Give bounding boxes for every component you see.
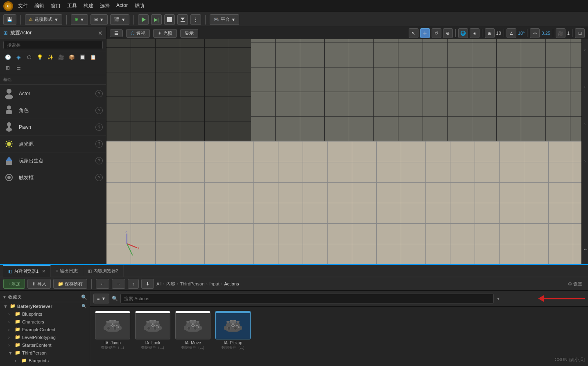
recent-icon[interactable]: 🕐 bbox=[3, 53, 12, 62]
trigger-help-button[interactable]: ? bbox=[95, 174, 103, 181]
tab-content-browser-1[interactable]: ◧ 内容浏览器1 ✕ bbox=[3, 265, 51, 277]
ue-logo-icon[interactable]: U bbox=[3, 1, 13, 11]
battery-search-icon[interactable]: 🔍 bbox=[81, 304, 86, 308]
stop-button[interactable] bbox=[164, 14, 175, 25]
cinematics-cat-icon[interactable]: 🎥 bbox=[57, 53, 66, 62]
geometry-icon[interactable]: 📦 bbox=[67, 53, 76, 62]
rotation-snap-icon[interactable]: ∠ bbox=[507, 28, 516, 38]
bc-input[interactable]: Input bbox=[209, 281, 219, 286]
close-button[interactable]: ✕ bbox=[98, 30, 103, 36]
actor-help-button[interactable]: ? bbox=[95, 90, 103, 97]
pawn-help-button[interactable]: ? bbox=[95, 123, 103, 131]
collapse-right-3[interactable]: › bbox=[584, 122, 586, 126]
menu-build[interactable]: 构建 bbox=[84, 2, 93, 9]
translate-tool-icon[interactable]: ✛ bbox=[420, 28, 430, 38]
all-classes-icon[interactable]: ◉ bbox=[14, 53, 23, 62]
cinematics-button[interactable]: 🎬 ▼ bbox=[110, 14, 129, 25]
eject-button[interactable] bbox=[177, 14, 188, 25]
asset-item-ia-jump[interactable]: IA_Jump 数据资产（...) bbox=[94, 311, 131, 350]
collapse-right-1[interactable]: › bbox=[584, 47, 586, 52]
menu-edit[interactable]: 编辑 bbox=[34, 2, 44, 9]
filter-button[interactable]: ≡ ▼ bbox=[93, 294, 109, 303]
tab-output-log[interactable]: ≡ 输出日志 bbox=[51, 265, 83, 277]
maximize-icon[interactable]: ⊡ bbox=[575, 28, 585, 38]
tree-item-starter-content[interactable]: › 📁 StarterContent bbox=[0, 341, 90, 349]
bc-content[interactable]: 内容 bbox=[166, 281, 175, 287]
select-tool-icon[interactable]: ↖ bbox=[409, 28, 418, 38]
search-input[interactable] bbox=[3, 41, 103, 49]
collapse-right-2[interactable]: › bbox=[584, 85, 586, 89]
volumes-icon[interactable]: 🔲 bbox=[78, 53, 87, 62]
point-light-help-button[interactable]: ? bbox=[95, 140, 103, 148]
lights-icon[interactable]: 💡 bbox=[35, 53, 44, 62]
settings-button[interactable]: ⚙ 设置 bbox=[565, 280, 585, 288]
tree-item-battery-retriever[interactable]: ▼ 📁 BatteryRetriever 🔍 bbox=[0, 302, 90, 310]
simulate-button[interactable]: ▶| bbox=[151, 14, 162, 25]
scale-tool-icon[interactable]: ⊕ bbox=[443, 28, 453, 38]
tree-item-level-prototyping[interactable]: › 📁 LevelPrototyping bbox=[0, 333, 90, 341]
perspective-button[interactable]: ⬡ 透视 bbox=[126, 29, 150, 38]
bc-all[interactable]: All bbox=[156, 281, 161, 286]
actor-item-point-light[interactable]: 点光源 ? bbox=[0, 136, 106, 153]
menu-window[interactable]: 窗口 bbox=[51, 2, 61, 9]
all-classes-2-icon[interactable]: 📋 bbox=[88, 53, 97, 62]
bc-actions[interactable]: Actions bbox=[224, 281, 239, 286]
mode-selector[interactable]: ⚠ 选项模式 ▼ bbox=[25, 14, 62, 25]
lighting-button[interactable]: ☀ 光照 bbox=[153, 29, 177, 38]
camera-speed-icon[interactable]: 🎥 bbox=[556, 28, 565, 38]
scale-snap-icon[interactable]: ⇔ bbox=[530, 28, 540, 38]
tree-item-blueprints[interactable]: › 📁 Blueprints bbox=[0, 310, 90, 318]
add-button[interactable]: + 添加 bbox=[3, 279, 25, 289]
search-dropdown-icon[interactable]: ▼ bbox=[496, 296, 500, 301]
cb1-close-button[interactable]: ✕ bbox=[42, 269, 45, 274]
add-actor-button[interactable]: ⊕ ▼ bbox=[71, 14, 88, 25]
actor-item-actor[interactable]: Actor ? bbox=[0, 85, 106, 102]
asset-search-input[interactable] bbox=[120, 294, 494, 303]
visual-effects-icon[interactable]: ✨ bbox=[46, 53, 55, 62]
save-all-button[interactable]: 📁 保存所有 bbox=[53, 279, 87, 289]
shapes-icon[interactable]: ⬡ bbox=[25, 53, 34, 62]
nav-back-button[interactable]: ← bbox=[96, 279, 109, 289]
layout-button[interactable]: ⊞ ▼ bbox=[90, 14, 108, 25]
play-button[interactable] bbox=[138, 14, 149, 25]
edit-pen-icon[interactable]: ✏ bbox=[584, 247, 587, 252]
grid-view-icon[interactable]: ⊞ bbox=[3, 63, 12, 72]
player-start-help-button[interactable]: ? bbox=[95, 157, 103, 164]
tab-content-browser-2[interactable]: ◧ 内容浏览器2 bbox=[83, 265, 124, 277]
asset-item-ia-move[interactable]: IA_Move 数据资产（...) bbox=[174, 311, 211, 350]
actor-item-trigger[interactable]: 触发框 ? bbox=[0, 169, 106, 186]
menu-select[interactable]: 选择 bbox=[100, 2, 110, 9]
grid-snap-icon[interactable]: ⊞ bbox=[485, 28, 495, 38]
tree-item-example-content[interactable]: › 📁 ExampleContent bbox=[0, 326, 90, 333]
tree-item-input[interactable]: ▼ 📁 Input bbox=[0, 364, 90, 366]
nav-up-button[interactable]: ↑ bbox=[128, 279, 139, 289]
tree-item-thirdperson[interactable]: ▼ 📁 ThirdPerson bbox=[0, 349, 90, 357]
viewport[interactable]: ☰ ⬡ 透视 ☀ 光照 显示 ↖ ✛ ↺ ⊕ 🌐 ◈ ⊞ bbox=[106, 27, 588, 264]
rotate-tool-icon[interactable]: ↺ bbox=[432, 28, 441, 38]
collapse-right-4[interactable]: › bbox=[584, 159, 586, 164]
hamburger-menu-button[interactable]: ☰ bbox=[110, 29, 123, 37]
import-button[interactable]: ⬆ 导入 bbox=[27, 279, 50, 289]
tree-search-icon[interactable]: 🔍 bbox=[81, 294, 87, 300]
platform-button[interactable]: 🎮 平台 ▼ bbox=[210, 14, 240, 25]
save-button[interactable]: 💾 bbox=[3, 14, 16, 25]
snap-icon[interactable]: ◈ bbox=[470, 28, 479, 38]
character-help-button[interactable]: ? bbox=[95, 107, 103, 114]
list-view-icon[interactable]: ☰ bbox=[14, 63, 23, 72]
menu-actor[interactable]: Actor bbox=[116, 2, 128, 9]
tree-item-characters[interactable]: › 📁 Characters bbox=[0, 318, 90, 326]
menu-file[interactable]: 文件 bbox=[18, 2, 28, 9]
actor-item-character[interactable]: 角色 ? bbox=[0, 102, 106, 119]
show-button[interactable]: 显示 bbox=[180, 29, 198, 38]
asset-item-ia-look[interactable]: IA_Look 数据资产（...) bbox=[134, 311, 171, 350]
actor-item-player-start[interactable]: 玩家出生点 ? bbox=[0, 153, 106, 169]
actor-item-pawn[interactable]: Pawn ? bbox=[0, 119, 106, 136]
menu-help[interactable]: 帮助 bbox=[134, 2, 144, 9]
menu-tools[interactable]: 工具 bbox=[67, 2, 77, 9]
asset-item-ia-pickup[interactable]: IA_Pickup 数据资产（...) bbox=[215, 311, 251, 350]
nav-forward-button[interactable]: → bbox=[112, 279, 125, 289]
tree-item-thirdperson-blueprints[interactable]: › 📁 Blueprints bbox=[0, 357, 90, 364]
options-button[interactable]: ⋮ bbox=[190, 14, 201, 25]
nav-history-button[interactable]: ⬇ bbox=[141, 279, 154, 289]
bc-thirdperson[interactable]: ThirdPerson bbox=[180, 281, 205, 286]
